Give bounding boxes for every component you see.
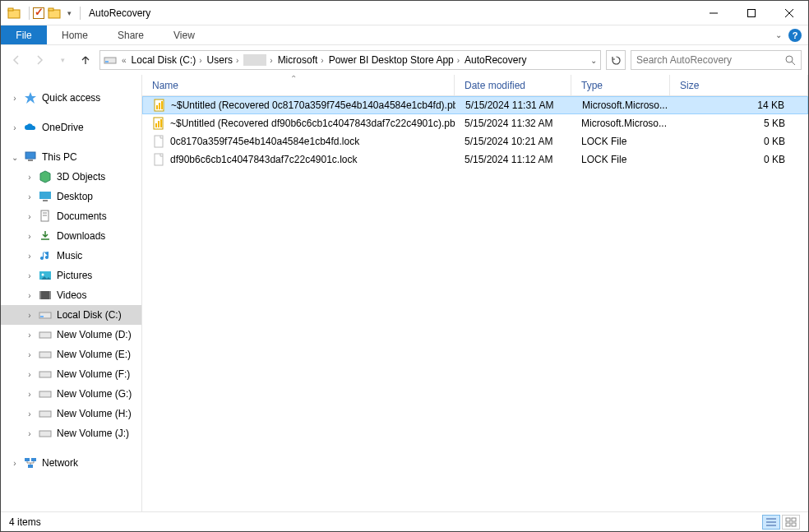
file-date: 5/15/2024 11:32 AM: [455, 118, 571, 129]
file-row[interactable]: 0c8170a359f745e4b140a4584e1cb4fd.lock 5/…: [142, 132, 808, 150]
forward-button[interactable]: [30, 51, 49, 69]
nav-local-disk-c[interactable]: ›Local Disk (C:): [1, 305, 141, 325]
svg-rect-46: [155, 154, 163, 165]
address-dropdown-icon[interactable]: ⌄: [590, 56, 597, 65]
svg-rect-42: [155, 123, 157, 127]
qat-dropdown-icon[interactable]: ▾: [67, 9, 72, 17]
nav-volume-f[interactable]: ›New Volume (F:): [1, 364, 141, 384]
blank-file-icon: [152, 135, 165, 148]
recent-dropdown[interactable]: ▾: [53, 51, 72, 69]
pbix-icon: [152, 117, 165, 130]
svg-rect-14: [28, 160, 33, 161]
share-tab[interactable]: Share: [103, 25, 159, 44]
svg-rect-31: [39, 391, 51, 397]
svg-rect-34: [25, 458, 30, 461]
address-box[interactable]: « Local Disk (C:)› Users› › Microsoft› P…: [99, 50, 601, 70]
svg-rect-17: [43, 200, 48, 201]
file-row[interactable]: ~$Untitled (Recovered 0c8170a359f745e4b1…: [142, 96, 808, 114]
column-type[interactable]: Type: [571, 75, 670, 95]
file-size: 5 KB: [670, 118, 808, 129]
nav-volume-j[interactable]: ›New Volume (J:): [1, 423, 141, 443]
help-icon[interactable]: ?: [788, 29, 802, 42]
nav-volume-h[interactable]: ›New Volume (H:): [1, 404, 141, 423]
breadcrumb-seg[interactable]: AutoRecovery: [465, 54, 526, 66]
pc-icon: [24, 150, 37, 164]
nav-volume-d[interactable]: ›New Volume (D:): [1, 325, 141, 345]
nav-3d-objects[interactable]: ›3D Objects: [1, 167, 141, 187]
svg-line-11: [792, 62, 795, 65]
svg-rect-30: [39, 372, 51, 377]
thumbnail-view-button[interactable]: [782, 515, 800, 530]
svg-rect-32: [39, 411, 51, 417]
file-tab[interactable]: File: [1, 25, 47, 44]
cube-icon: [39, 170, 52, 183]
nav-volume-g[interactable]: ›New Volume (G:): [1, 384, 141, 404]
music-icon: [39, 249, 52, 262]
nav-onedrive[interactable]: ›OneDrive: [1, 118, 141, 137]
svg-rect-3: [49, 8, 53, 11]
search-input[interactable]: Search AutoRecovery: [631, 50, 802, 70]
breadcrumb-seg[interactable]: Microsoft›: [278, 54, 326, 66]
nav-documents[interactable]: ›Documents: [1, 206, 141, 226]
breadcrumb-seg[interactable]: Local Disk (C:)›: [132, 54, 204, 66]
nav-this-pc[interactable]: ⌄This PC: [1, 147, 141, 167]
folder-icon: [7, 7, 21, 20]
column-name[interactable]: Name: [142, 75, 455, 95]
nav-pictures[interactable]: ›Pictures: [1, 266, 141, 285]
home-tab[interactable]: Home: [47, 25, 103, 44]
svg-rect-25: [49, 291, 51, 299]
blank-file-icon: [152, 153, 165, 166]
documents-icon: [39, 210, 52, 223]
drive-icon: [39, 387, 52, 400]
file-list-pane: ⌃ Name Date modified Type Size ~$Untitle…: [142, 75, 808, 511]
drive-icon: [39, 348, 52, 361]
up-button[interactable]: [76, 51, 95, 69]
svg-rect-53: [792, 523, 796, 526]
view-tab[interactable]: View: [159, 25, 210, 44]
file-row[interactable]: ~$Untitled (Recovered df90b6c6cb1c404784…: [142, 114, 808, 132]
nav-quick-access[interactable]: ›Quick access: [1, 88, 141, 108]
ribbon-expand-icon[interactable]: ⌄: [775, 30, 782, 39]
svg-rect-40: [161, 101, 163, 109]
drive-icon: [104, 53, 117, 67]
nav-volume-e[interactable]: ›New Volume (E:): [1, 345, 141, 364]
svg-rect-44: [160, 119, 162, 127]
nav-network[interactable]: ›Network: [1, 453, 141, 473]
qat-folder-icon[interactable]: [48, 7, 61, 20]
cloud-icon: [24, 121, 37, 134]
nav-downloads[interactable]: ›Downloads: [1, 226, 141, 246]
file-size: 0 KB: [670, 154, 808, 165]
nav-music[interactable]: ›Music: [1, 246, 141, 266]
breadcrumb-seg[interactable]: Power BI Desktop Store App›: [329, 54, 461, 66]
svg-rect-35: [31, 458, 36, 461]
breadcrumb-seg[interactable]: ›: [243, 54, 274, 66]
file-row[interactable]: df90b6c6cb1c4047843daf7c22c4901c.lock 5/…: [142, 150, 808, 169]
breadcrumb-seg[interactable]: Users›: [207, 54, 241, 66]
column-date[interactable]: Date modified: [455, 75, 571, 95]
column-size[interactable]: Size: [670, 75, 808, 95]
pbix-icon: [153, 99, 166, 112]
file-type: LOCK File: [571, 136, 670, 147]
svg-marker-15: [40, 171, 50, 183]
refresh-button[interactable]: [606, 50, 626, 70]
svg-rect-24: [39, 291, 41, 299]
minimize-button[interactable]: [695, 1, 733, 25]
svg-rect-51: [792, 518, 796, 521]
file-name: df90b6c6cb1c4047843daf7c22c4901c.lock: [170, 154, 358, 165]
titlebar: ▾ AutoRecovery: [1, 1, 808, 25]
drive-icon: [39, 328, 52, 341]
details-view-button[interactable]: [762, 515, 780, 530]
nav-videos[interactable]: ›Videos: [1, 285, 141, 305]
file-name: ~$Untitled (Recovered 0c8170a359f745e4b1…: [171, 99, 455, 111]
file-date: 5/15/2024 11:12 AM: [455, 154, 571, 165]
back-button[interactable]: [7, 51, 25, 69]
pictures-icon: [39, 269, 52, 282]
svg-point-10: [786, 56, 793, 62]
maximize-button[interactable]: [733, 1, 770, 25]
qat-properties-icon[interactable]: [33, 7, 44, 19]
nav-desktop[interactable]: ›Desktop: [1, 187, 141, 206]
nav-pane: ›Quick access ›OneDrive ⌄This PC ›3D Obj…: [1, 75, 142, 511]
separator: [80, 7, 81, 20]
close-button[interactable]: [770, 1, 808, 25]
svg-marker-12: [25, 92, 36, 104]
